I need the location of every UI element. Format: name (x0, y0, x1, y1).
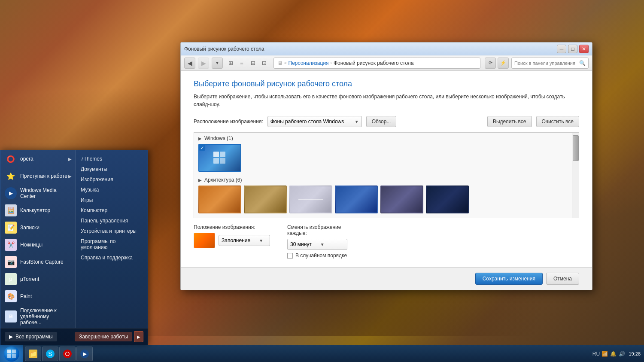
search-icon: 🔍 (579, 60, 586, 66)
group-name-architecture: Архитектура (6) (204, 177, 242, 183)
search-input[interactable] (514, 61, 577, 66)
thumbnail-arch3[interactable] (289, 186, 332, 213)
menu-item-label: Калькулятор (20, 207, 50, 213)
start-menu-left: ⭕ opera ▶ ⭐ Приступая к работе ▶ ▶ Windo… (0, 150, 76, 328)
bottom-section: Положение изображения: Заполнение ▼ Смен… (194, 224, 579, 259)
taskbar-explorer-button[interactable]: 📁 (25, 347, 41, 361)
menu-right-devices[interactable]: Устройства и принтеры (76, 226, 148, 236)
image-group-windows: ▶ Windows (1) (194, 133, 579, 174)
opera-icon: ⭕ (5, 153, 17, 165)
taskbar-skype-button[interactable]: S (42, 347, 58, 361)
close-button[interactable]: ✕ (579, 45, 589, 53)
random-label: В случайном порядке (295, 252, 347, 259)
breadcrumb: 🖥 « Персонализация › Фоновый рисунок раб… (273, 58, 480, 69)
shutdown-label: Завершение работы (79, 334, 128, 340)
image-location-select[interactable]: Фоны рабочего стола Windows ▼ (267, 116, 362, 127)
menu-right-label: Программы по умолчанию (81, 238, 143, 250)
shutdown-button[interactable]: Завершение работы (75, 332, 132, 341)
change-section: Сменять изображение каждые: 30 минут ▼ В… (287, 224, 347, 259)
menu-right-computer[interactable]: Компьютер (76, 205, 148, 216)
windows-thumbnails: ✓ (198, 144, 574, 172)
search-box[interactable]: 🔍 (511, 58, 589, 69)
thumbnail-image (426, 186, 469, 213)
tools-button[interactable]: ⚡ (498, 58, 509, 69)
menu-right-label: Изображения (81, 176, 113, 183)
explorer-icon: 📁 (29, 350, 37, 358)
taskbar-media-button[interactable]: ▶ (76, 347, 93, 361)
change-label: Сменять изображение каждые: (287, 224, 347, 236)
position-select-arrow: ▼ (259, 238, 263, 243)
minimize-button[interactable]: ─ (557, 45, 566, 53)
refresh-button[interactable]: ⟳ (485, 58, 496, 69)
notification-icon: 🔔 (610, 350, 617, 357)
start-button[interactable] (0, 345, 23, 362)
browse-button[interactable]: Обзор... (366, 116, 397, 127)
rdp-icon: 🖥 (5, 310, 17, 322)
grid-scrollbar[interactable] (572, 133, 579, 218)
view-details-button[interactable]: ⊟ (248, 58, 258, 68)
thumbnail-arch5[interactable] (380, 186, 423, 213)
menu-item-utorrent[interactable]: μ µTorrent (0, 271, 75, 288)
start-menu-bottom: ▶ Все программы Завершение работы ▶ (0, 328, 148, 345)
menu-item-opera[interactable]: ⭕ opera ▶ (0, 150, 75, 167)
select-all-button[interactable]: Выделить все (487, 116, 532, 127)
thumbnail-arch6[interactable] (426, 186, 469, 213)
view-grid-button[interactable]: ⊞ (225, 58, 236, 68)
menu-item-faststone[interactable]: 📷 FastStone Capture (0, 253, 75, 271)
page-title: Выберите фоновый рисунок рабочего стола (194, 79, 579, 88)
menu-right-control-panel[interactable]: Панель управления (76, 216, 148, 226)
window-title: Фоновый рисунок рабочего стола (184, 46, 264, 52)
group-header-architecture[interactable]: ▶ Архитектура (6) (198, 177, 574, 183)
maximize-button[interactable]: □ (568, 45, 577, 53)
clear-all-button[interactable]: Очистить все (536, 116, 579, 127)
group-arrow-icon: ▶ (198, 178, 202, 183)
all-programs-button[interactable]: ▶ Все программы (5, 332, 57, 341)
menu-item-rdp[interactable]: 🖥 Подключение к удалённому рабоче... (0, 305, 75, 328)
menu-item-label: Подключение к удалённому рабоче... (20, 307, 71, 325)
dropdown-button[interactable]: ▼ (212, 58, 223, 69)
position-select[interactable]: Заполнение ▼ (219, 235, 270, 246)
menu-right-help[interactable]: Справка и поддержка (76, 252, 148, 263)
image-location-row: Расположение изображения: Фоны рабочего … (194, 116, 579, 127)
menu-item-paint[interactable]: 🎨 Paint (0, 288, 75, 305)
menu-item-scissors[interactable]: ✂️ Ножницы (0, 236, 75, 253)
menu-right-label: 7Themes (81, 156, 102, 162)
taskbar-opera-button[interactable]: O (59, 347, 76, 361)
menu-item-getstarted[interactable]: ⭐ Приступая к работе ▶ (0, 167, 75, 185)
menu-item-notes[interactable]: 📝 Записки (0, 219, 75, 236)
menu-item-label: FastStone Capture (20, 259, 64, 265)
view-preview-button[interactable]: ⊡ (259, 58, 269, 68)
scrollbar-thumb[interactable] (573, 135, 579, 161)
menu-item-label: Paint (20, 293, 32, 299)
menu-right-default-programs[interactable]: Программы по умолчанию (76, 236, 148, 252)
thumbnail-image (335, 186, 378, 213)
select-all-label: Выделить все (493, 119, 526, 125)
back-button[interactable]: ◀ (184, 58, 195, 69)
menu-right-7themes[interactable]: 7Themes (76, 154, 148, 164)
browse-button-label: Обзор... (372, 119, 391, 125)
menu-item-wmc[interactable]: ▶ Windows Media Center (0, 185, 75, 202)
forward-button[interactable]: ▶ (198, 58, 209, 69)
breadcrumb-personalization[interactable]: Персонализация (289, 60, 329, 66)
menu-right-label: Игры (81, 197, 93, 203)
menu-right-images[interactable]: Изображения (76, 174, 148, 185)
cancel-button[interactable]: Отмена (546, 273, 579, 285)
wmc-icon: ▶ (5, 187, 17, 199)
interval-select[interactable]: 30 минут ▼ (287, 239, 347, 250)
menu-right-music[interactable]: Музыка (76, 185, 148, 195)
thumbnail-arch4[interactable] (335, 186, 378, 213)
random-checkbox[interactable] (287, 253, 293, 259)
view-list-button[interactable]: ≡ (237, 58, 247, 68)
shutdown-arrow-button[interactable]: ▶ (134, 331, 143, 342)
thumbnail-image (244, 186, 287, 213)
save-button[interactable]: Сохранить изменения (475, 273, 543, 285)
group-header-windows[interactable]: ▶ Windows (1) (198, 135, 574, 141)
menu-item-label: µTorrent (20, 276, 39, 282)
menu-right-games[interactable]: Игры (76, 195, 148, 205)
thumbnail-arch1[interactable] (198, 186, 241, 213)
thumbnail-arch2[interactable] (244, 186, 287, 213)
thumbnail-win1[interactable]: ✓ (198, 144, 241, 172)
menu-right-documents[interactable]: Документы (76, 164, 148, 174)
menu-item-calc[interactable]: 🧮 Калькулятор (0, 202, 75, 219)
menu-right-label: Справка и поддержка (81, 255, 133, 261)
